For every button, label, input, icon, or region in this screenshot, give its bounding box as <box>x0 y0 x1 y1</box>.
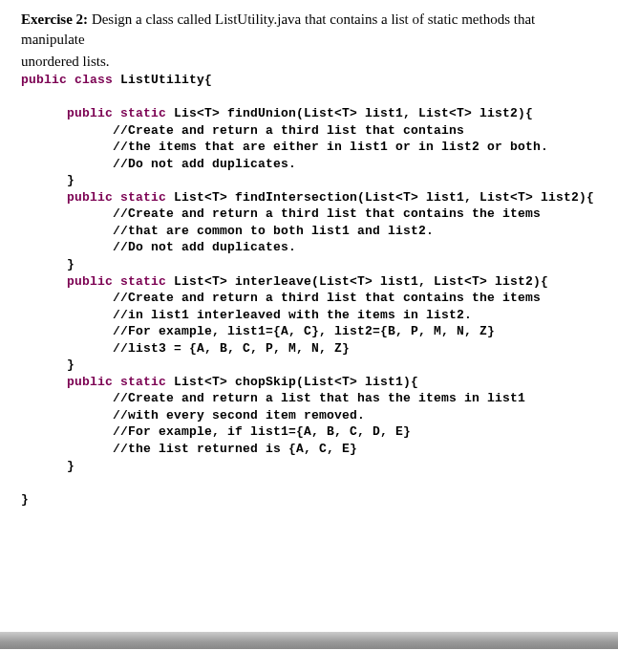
method-sig-chopskip: List<T> chopSkip(List<T> list1){ <box>166 375 418 389</box>
top-section: Exercise 2: Design a class called ListUt… <box>0 0 618 508</box>
comment: //Do not add duplicates. <box>21 240 296 254</box>
comment: //Create and return a list that has the … <box>21 391 525 405</box>
bottom-section: Write a test program that creates two un… <box>0 649 618 672</box>
comment: //the items that are either in list1 or … <box>21 140 548 154</box>
kw-public: public <box>21 190 113 205</box>
code-block: public class ListUtility{ public static … <box>21 72 597 508</box>
comment: //with every second item removed. <box>21 408 365 423</box>
method-sig-interleave: List<T> interleave(List<T> list1, List<T… <box>166 274 548 289</box>
comment: //list3 = {A, B, C, P, M, N, Z} <box>21 341 350 356</box>
exercise-desc-2: unordered lists. <box>21 52 597 72</box>
brace-close: } <box>21 459 75 473</box>
kw-class: class <box>67 73 113 87</box>
comment: //Create and return a third list that co… <box>21 123 464 138</box>
class-close: } <box>21 492 29 507</box>
kw-public: public <box>21 106 113 120</box>
kw-static: static <box>113 106 166 120</box>
kw-public: public <box>21 375 113 389</box>
comment: //For example, list1={A, C}, list2={B, P… <box>21 324 495 338</box>
comment: //in list1 interleaved with the items in… <box>21 308 472 322</box>
method-sig-union: Lis<T> findUnion(List<T> list1, List<T> … <box>166 106 533 120</box>
brace-close: } <box>21 257 75 271</box>
comment: //that are common to both list1 and list… <box>21 224 434 238</box>
brace-close: } <box>21 173 75 187</box>
comment: //the list returned is {A, C, E} <box>21 442 357 456</box>
comment: //Create and return a third list that co… <box>21 291 541 305</box>
exercise-heading: Exercise 2: Design a class called ListUt… <box>21 10 597 50</box>
comment: //Do not add duplicates. <box>21 157 296 171</box>
page-divider <box>0 632 618 649</box>
kw-static: static <box>113 274 166 289</box>
comment: //Create and return a third list that co… <box>21 206 541 221</box>
brace-close: } <box>21 358 75 372</box>
comment: //For example, if list1={A, B, C, D, E} <box>21 424 411 439</box>
kw-public: public <box>21 73 67 87</box>
exercise-label: Exercise 2: <box>21 11 88 27</box>
kw-public: public <box>21 274 113 289</box>
class-name: ListUtility{ <box>113 73 212 87</box>
method-sig-intersection: List<T> findIntersection(List<T> list1, … <box>166 190 594 205</box>
exercise-desc-1: Design a class called ListUtility.java t… <box>21 11 535 47</box>
kw-static: static <box>113 190 166 205</box>
kw-static: static <box>113 375 166 389</box>
